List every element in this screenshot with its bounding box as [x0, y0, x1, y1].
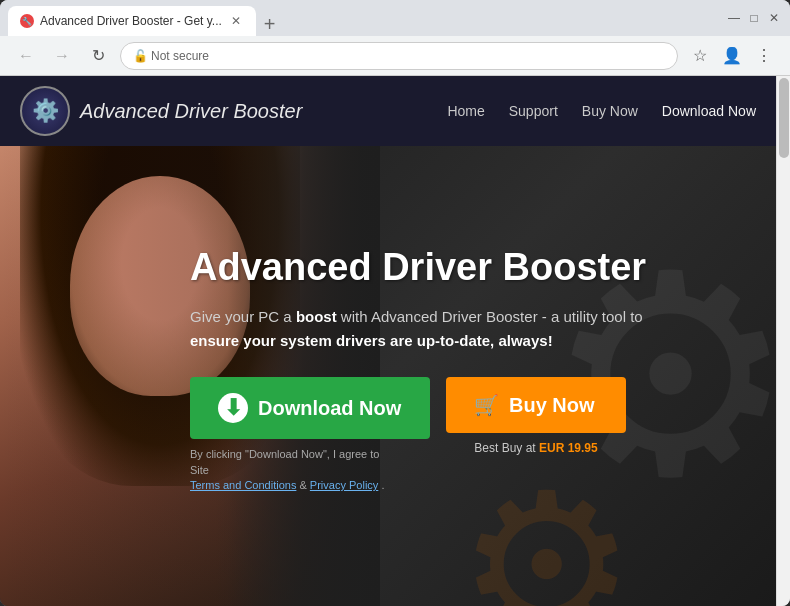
download-label: Download Now	[258, 397, 401, 420]
terms-link[interactable]: Terms and Conditions	[190, 479, 296, 491]
scrollbar-thumb[interactable]	[779, 78, 789, 158]
disclaimer-period: .	[381, 479, 384, 491]
nav-home[interactable]: Home	[447, 103, 484, 119]
download-circle-icon: ⬇	[218, 393, 248, 423]
disclaimer-line1: By clicking "Download Now", I agree to	[190, 448, 379, 460]
title-bar: 🔧 Advanced Driver Booster - Get y... ✕ +…	[0, 0, 790, 36]
cart-icon: 🛒	[474, 393, 499, 417]
buy-now-button[interactable]: 🛒 Buy Now	[446, 377, 626, 433]
site-logo: ⚙️ Advanced Driver Booster	[20, 86, 302, 136]
profile-button[interactable]: 👤	[718, 42, 746, 70]
forward-button[interactable]: →	[48, 42, 76, 70]
nav-download-now[interactable]: Download Now	[662, 103, 756, 119]
logo-icon: ⚙️	[20, 86, 70, 136]
toolbar-icons: ☆ 👤 ⋮	[686, 42, 778, 70]
nav-buy-now[interactable]: Buy Now	[582, 103, 638, 119]
hero-content: Advanced Driver Booster Give your PC a b…	[190, 246, 650, 505]
buy-info: Best Buy at EUR 19.95	[446, 441, 626, 455]
site-nav-links: Home Support Buy Now Download Now	[447, 103, 756, 119]
minimize-button[interactable]: —	[726, 10, 742, 26]
scrollbar[interactable]	[776, 76, 790, 606]
tab-favicon: 🔧	[20, 14, 34, 28]
buynow-label: Buy Now	[509, 394, 595, 417]
menu-button[interactable]: ⋮	[750, 42, 778, 70]
privacy-link[interactable]: Privacy Policy	[310, 479, 378, 491]
bookmark-button[interactable]: ☆	[686, 42, 714, 70]
lock-icon: 🔓	[133, 49, 148, 63]
window-controls: — □ ✕	[726, 10, 782, 26]
not-secure-indicator: 🔓 Not secure	[133, 49, 209, 63]
website: ⚙️ Advanced Driver Booster Home Support …	[0, 76, 776, 606]
address-bar: ← → ↻ 🔓 Not secure ☆ 👤 ⋮	[0, 36, 790, 76]
hero-title: Advanced Driver Booster	[190, 246, 650, 289]
disclaimer-text: By clicking "Download Now", I agree to S…	[190, 447, 430, 493]
tab-area: 🔧 Advanced Driver Booster - Get y... ✕ +	[8, 0, 722, 36]
cta-row: ⬇ Download Now By clicking "Download Now…	[190, 377, 650, 493]
price-display: EUR 19.95	[539, 441, 598, 455]
browser-frame: 🔧 Advanced Driver Booster - Get y... ✕ +…	[0, 0, 790, 606]
best-buy-label: Best Buy at	[474, 441, 539, 455]
hero-description: Give your PC a boost with Advanced Drive…	[190, 305, 650, 353]
new-tab-button[interactable]: +	[256, 13, 284, 36]
close-button[interactable]: ✕	[766, 10, 782, 26]
download-now-button[interactable]: ⬇ Download Now	[190, 377, 430, 439]
url-bar[interactable]: 🔓 Not secure	[120, 42, 678, 70]
page-container: ⚙️ Advanced Driver Booster Home Support …	[0, 76, 790, 606]
back-button[interactable]: ←	[12, 42, 40, 70]
tab-close-button[interactable]: ✕	[228, 13, 244, 29]
hero-section: ⚙ ⚙ Advanced Driver Booster Give your PC…	[0, 146, 776, 606]
refresh-button[interactable]: ↻	[84, 42, 112, 70]
site-nav: ⚙️ Advanced Driver Booster Home Support …	[0, 76, 776, 146]
buynow-group: 🛒 Buy Now Best Buy at EUR 19.95	[446, 377, 626, 455]
nav-support[interactable]: Support	[509, 103, 558, 119]
gear-logo-icon: ⚙️	[32, 98, 59, 124]
restore-button[interactable]: □	[746, 10, 762, 26]
disclaimer-and: &	[299, 479, 309, 491]
download-group: ⬇ Download Now By clicking "Download Now…	[190, 377, 430, 493]
browser-tab[interactable]: 🔧 Advanced Driver Booster - Get y... ✕	[8, 6, 256, 36]
site-name: Advanced Driver Booster	[80, 100, 302, 123]
disclaimer-site: Site	[190, 464, 209, 476]
tab-title: Advanced Driver Booster - Get y...	[40, 14, 222, 28]
